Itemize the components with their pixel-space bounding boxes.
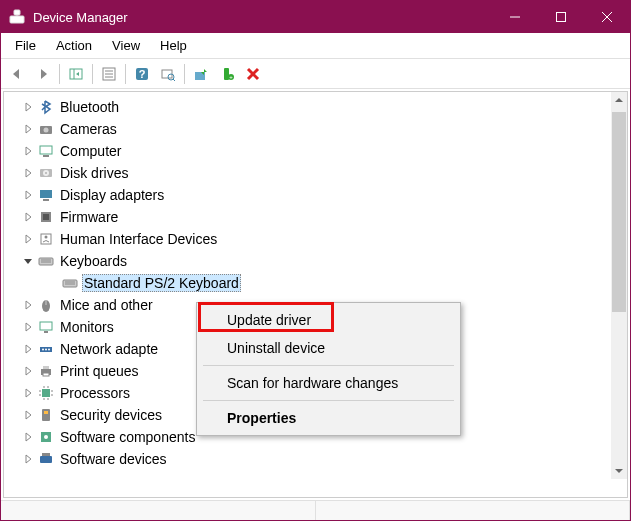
expand-icon[interactable] bbox=[22, 101, 34, 113]
uninstall-icon[interactable] bbox=[241, 62, 265, 86]
svg-rect-4 bbox=[557, 13, 566, 22]
tree-item-label: Network adapte bbox=[58, 340, 160, 358]
svg-rect-67 bbox=[40, 456, 52, 463]
expand-icon[interactable] bbox=[22, 211, 34, 223]
menu-action[interactable]: Action bbox=[46, 35, 102, 56]
svg-rect-64 bbox=[44, 411, 48, 414]
ctx-scan-hardware[interactable]: Scan for hardware changes bbox=[199, 369, 458, 397]
expand-icon[interactable] bbox=[22, 299, 34, 311]
forward-button[interactable] bbox=[31, 62, 55, 86]
device-icon bbox=[38, 231, 54, 247]
svg-rect-27 bbox=[43, 155, 49, 157]
tree-item[interactable]: Cameras bbox=[8, 118, 607, 140]
svg-point-36 bbox=[45, 236, 48, 239]
back-button[interactable] bbox=[5, 62, 29, 86]
tree-item[interactable]: Firmware bbox=[8, 206, 607, 228]
device-icon bbox=[38, 429, 54, 445]
expand-icon[interactable] bbox=[22, 233, 34, 245]
tree-item-label: Print queues bbox=[58, 362, 141, 380]
toolbar-separator bbox=[92, 64, 93, 84]
titlebar: Device Manager bbox=[1, 1, 630, 33]
menu-file[interactable]: File bbox=[5, 35, 46, 56]
device-manager-window: Device Manager File Action View Help ? +… bbox=[0, 0, 631, 521]
scroll-up-icon[interactable] bbox=[611, 92, 627, 108]
svg-point-25 bbox=[44, 128, 49, 133]
tree-item-label: Human Interface Devices bbox=[58, 230, 219, 248]
collapse-icon[interactable] bbox=[22, 255, 34, 267]
svg-rect-53 bbox=[43, 373, 49, 376]
scroll-down-icon[interactable] bbox=[611, 463, 627, 479]
maximize-button[interactable] bbox=[538, 1, 584, 33]
menu-view[interactable]: View bbox=[102, 35, 150, 56]
ctx-separator bbox=[203, 365, 454, 366]
device-icon bbox=[38, 385, 54, 401]
close-button[interactable] bbox=[584, 1, 630, 33]
help-icon[interactable]: ? bbox=[130, 62, 154, 86]
properties-icon[interactable] bbox=[97, 62, 121, 86]
tree-item[interactable]: Disk drives bbox=[8, 162, 607, 184]
tree-item-label: Computer bbox=[58, 142, 123, 160]
tree-item-label: Cameras bbox=[58, 120, 119, 138]
device-icon bbox=[38, 253, 54, 269]
expand-icon[interactable] bbox=[22, 321, 34, 333]
expand-icon[interactable] bbox=[22, 145, 34, 157]
expand-icon[interactable] bbox=[22, 189, 34, 201]
status-pane bbox=[1, 501, 316, 520]
svg-rect-52 bbox=[43, 366, 49, 369]
tree-item[interactable]: Keyboards bbox=[8, 250, 607, 272]
device-icon bbox=[38, 209, 54, 225]
expand-icon[interactable] bbox=[46, 277, 58, 289]
menubar: File Action View Help bbox=[1, 33, 630, 59]
svg-point-66 bbox=[44, 435, 48, 439]
svg-rect-63 bbox=[42, 409, 50, 421]
svg-rect-0 bbox=[10, 16, 24, 23]
device-icon bbox=[38, 187, 54, 203]
toolbar: ? + bbox=[1, 59, 630, 89]
toolbar-separator bbox=[184, 64, 185, 84]
scan-hardware-icon[interactable] bbox=[156, 62, 180, 86]
update-driver-toolbar-icon[interactable] bbox=[189, 62, 213, 86]
device-icon bbox=[38, 319, 54, 335]
window-controls bbox=[492, 1, 630, 33]
expand-icon[interactable] bbox=[22, 453, 34, 465]
add-legacy-icon[interactable]: + bbox=[215, 62, 239, 86]
ctx-properties[interactable]: Properties bbox=[199, 404, 458, 432]
expand-icon[interactable] bbox=[22, 387, 34, 399]
minimize-button[interactable] bbox=[492, 1, 538, 33]
device-icon bbox=[38, 451, 54, 467]
context-menu: Update driver Uninstall device Scan for … bbox=[196, 302, 461, 436]
tree-item-label: Standard PS/2 Keyboard bbox=[82, 274, 241, 292]
show-hide-tree-icon[interactable] bbox=[64, 62, 88, 86]
svg-text:+: + bbox=[229, 74, 233, 80]
ctx-update-driver[interactable]: Update driver bbox=[199, 306, 458, 334]
ctx-uninstall-device[interactable]: Uninstall device bbox=[199, 334, 458, 362]
expand-icon[interactable] bbox=[22, 167, 34, 179]
tree-item[interactable]: Bluetooth bbox=[8, 96, 607, 118]
tree-item[interactable]: Human Interface Devices bbox=[8, 228, 607, 250]
vertical-scrollbar[interactable] bbox=[611, 92, 627, 479]
expand-icon[interactable] bbox=[22, 343, 34, 355]
device-icon bbox=[38, 341, 54, 357]
device-icon bbox=[38, 121, 54, 137]
svg-line-17 bbox=[173, 79, 175, 81]
expand-icon[interactable] bbox=[22, 123, 34, 135]
device-icon bbox=[38, 99, 54, 115]
tree-item[interactable]: Display adapters bbox=[8, 184, 607, 206]
svg-rect-31 bbox=[40, 190, 52, 198]
expand-icon[interactable] bbox=[22, 409, 34, 421]
window-title: Device Manager bbox=[33, 10, 492, 25]
tree-content: BluetoothCamerasComputerDisk drivesDispl… bbox=[3, 91, 628, 498]
tree-item[interactable]: Software devices bbox=[8, 448, 607, 470]
tree-item[interactable]: Computer bbox=[8, 140, 607, 162]
expand-icon[interactable] bbox=[22, 431, 34, 443]
device-icon bbox=[38, 165, 54, 181]
svg-point-48 bbox=[42, 349, 44, 351]
svg-rect-54 bbox=[42, 389, 50, 397]
device-icon bbox=[38, 363, 54, 379]
statusbar bbox=[1, 500, 630, 520]
menu-help[interactable]: Help bbox=[150, 35, 197, 56]
tree-item-label: Software devices bbox=[58, 450, 169, 468]
tree-child-item[interactable]: Standard PS/2 Keyboard bbox=[8, 272, 607, 294]
scroll-thumb[interactable] bbox=[612, 112, 626, 312]
expand-icon[interactable] bbox=[22, 365, 34, 377]
